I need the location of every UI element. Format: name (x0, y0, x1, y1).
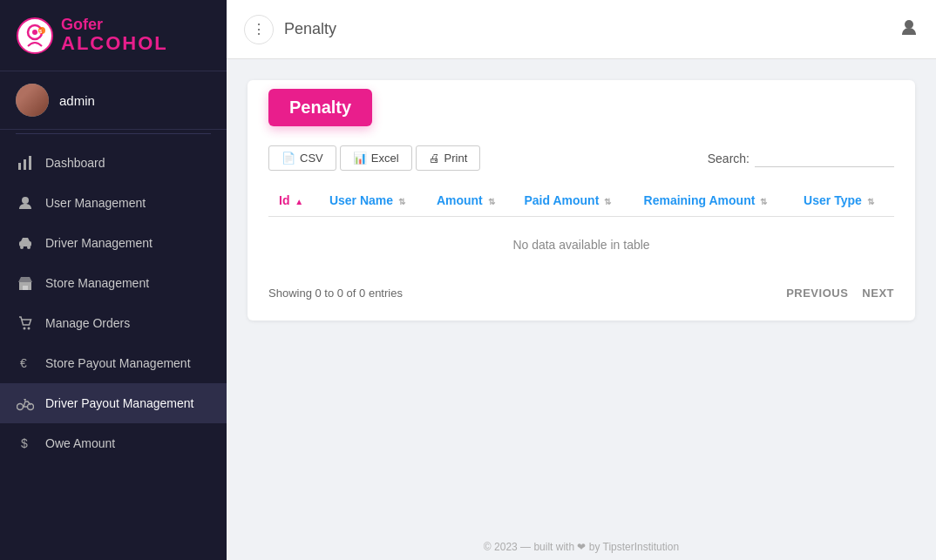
sidebar-item-store-management[interactable]: Store Management (0, 263, 227, 303)
store-icon (16, 273, 35, 293)
col-header-remaining-amount[interactable]: Remaining Amount ⇅ (634, 185, 794, 217)
col-header-user-type[interactable]: User Type ⇅ (793, 185, 894, 217)
print-button[interactable]: 🖨 Print (416, 145, 481, 171)
showing-entries: Showing 0 to 0 of 0 entries (268, 287, 403, 300)
sort-id-icon: ▲ (295, 197, 303, 206)
data-table: Id ▲ User Name ⇅ Amount ⇅ (268, 185, 894, 273)
svg-point-11 (27, 246, 31, 249)
euro-icon: € (16, 354, 35, 373)
search-input[interactable] (755, 149, 894, 167)
sidebar-item-manage-orders[interactable]: Manage Orders (0, 303, 227, 343)
menu-dots-button[interactable]: ⋮ (244, 15, 274, 44)
sort-amount-icon: ⇅ (488, 197, 495, 206)
print-label: Print (444, 152, 468, 165)
svg-point-17 (17, 404, 24, 410)
topbar: ⋮ Penalty (227, 0, 936, 59)
sidebar-item-dashboard[interactable]: Dashboard (0, 143, 227, 183)
sidebar-logo: $ Gofer ALCOHOL (0, 0, 227, 71)
sidebar-user: admin (0, 71, 227, 130)
cart-icon (16, 314, 35, 333)
col-username-label: User Name (329, 193, 393, 207)
dots-icon: ⋮ (252, 21, 266, 37)
excel-icon: 📊 (353, 152, 367, 165)
svg-point-8 (22, 197, 29, 204)
excel-button[interactable]: 📊 Excel (340, 145, 412, 171)
table-header-row: Id ▲ User Name ⇅ Amount ⇅ (268, 185, 894, 217)
table-header: Id ▲ User Name ⇅ Amount ⇅ (268, 185, 894, 217)
col-paid-label: Paid Amount (524, 193, 599, 207)
sidebar-item-driver-management[interactable]: Driver Management (0, 223, 227, 263)
table-wrapper: Id ▲ User Name ⇅ Amount ⇅ (268, 185, 894, 273)
gofer-logo-icon: $ (16, 17, 54, 55)
sidebar-item-label-dashboard: Dashboard (45, 156, 211, 170)
main-content: ⋮ Penalty Penalty 📄 CSV 📊 Excel (227, 0, 936, 560)
previous-button[interactable]: PREVIOUS (786, 287, 848, 300)
col-header-id[interactable]: Id ▲ (268, 185, 319, 217)
topbar-title: Penalty (284, 20, 336, 38)
svg-rect-5 (18, 163, 21, 170)
topbar-user-icon[interactable] (899, 17, 919, 42)
sidebar-item-label-store-management: Store Management (45, 276, 211, 290)
col-header-amount[interactable]: Amount ⇅ (426, 185, 514, 217)
sidebar-item-label-owe-amount: Owe Amount (45, 436, 211, 450)
sidebar-divider (16, 133, 211, 134)
car-icon (16, 233, 35, 253)
avatar (16, 84, 49, 117)
sidebar-item-driver-payout[interactable]: Driver Payout Management (0, 383, 227, 423)
sidebar-item-label-driver-payout: Driver Payout Management (45, 396, 211, 410)
svg-rect-6 (24, 159, 26, 170)
print-icon: 🖨 (429, 152, 440, 165)
search-box: Search: (708, 149, 894, 167)
main-card: Penalty 📄 CSV 📊 Excel 🖨 Print Search: (248, 80, 915, 320)
logo-gofer: Gofer (61, 17, 168, 34)
sidebar-item-label-manage-orders: Manage Orders (45, 316, 211, 330)
svg-point-20 (905, 20, 913, 29)
sidebar-item-owe-amount[interactable]: $ Owe Amount (0, 423, 227, 463)
pagination: PREVIOUS NEXT (786, 287, 894, 300)
sort-usertype-icon: ⇅ (867, 197, 874, 206)
logo-alcohol: ALCOHOL (61, 33, 168, 54)
footer-text: © 2023 — built with ❤ by TipsterInstitut… (484, 541, 679, 553)
avatar-image (16, 84, 49, 117)
next-button[interactable]: NEXT (862, 287, 894, 300)
svg-rect-9 (19, 241, 31, 246)
sidebar-item-label-store-payout: Store Payout Management (45, 356, 211, 370)
search-label: Search: (708, 152, 749, 165)
table-body: No data available in table (268, 217, 894, 273)
col-header-paid-amount[interactable]: Paid Amount ⇅ (513, 185, 633, 217)
col-usertype-label: User Type (804, 193, 862, 207)
page-title-badge: Penalty (268, 89, 372, 126)
sort-paid-icon: ⇅ (604, 197, 611, 206)
svg-text:€: € (20, 356, 27, 370)
col-id-label: Id (279, 193, 289, 207)
sidebar: $ Gofer ALCOHOL admin Dashboard (0, 0, 227, 560)
sort-remaining-icon: ⇅ (760, 197, 767, 206)
bar-chart-icon (16, 153, 35, 172)
svg-point-15 (28, 327, 31, 330)
svg-point-14 (24, 327, 26, 330)
svg-point-0 (17, 18, 52, 53)
sidebar-nav: Dashboard User Management Driver Man (0, 138, 227, 560)
csv-button[interactable]: 📄 CSV (268, 145, 336, 171)
sidebar-item-store-payout[interactable]: € Store Payout Management (0, 343, 227, 383)
table-toolbar: 📄 CSV 📊 Excel 🖨 Print Search: (268, 145, 894, 171)
col-header-username[interactable]: User Name ⇅ (319, 185, 426, 217)
svg-rect-7 (29, 156, 31, 170)
page-content: Penalty 📄 CSV 📊 Excel 🖨 Print Search: (227, 59, 936, 534)
motorbike-icon (16, 394, 35, 413)
svg-point-2 (32, 30, 37, 35)
topbar-left: ⋮ Penalty (244, 15, 336, 44)
sidebar-item-label-user-management: User Management (45, 196, 211, 210)
svg-rect-13 (23, 286, 28, 290)
csv-label: CSV (300, 152, 323, 165)
sidebar-item-label-driver-management: Driver Management (45, 236, 211, 250)
page-footer: © 2023 — built with ❤ by TipsterInstitut… (227, 534, 936, 560)
no-data-row: No data available in table (268, 217, 894, 273)
username-label: admin (59, 93, 95, 108)
excel-label: Excel (371, 152, 399, 165)
sidebar-item-user-management[interactable]: User Management (0, 183, 227, 223)
csv-icon: 📄 (281, 152, 295, 165)
col-amount-label: Amount (437, 193, 483, 207)
dollar-icon: $ (16, 434, 35, 453)
svg-text:$: $ (21, 436, 28, 450)
